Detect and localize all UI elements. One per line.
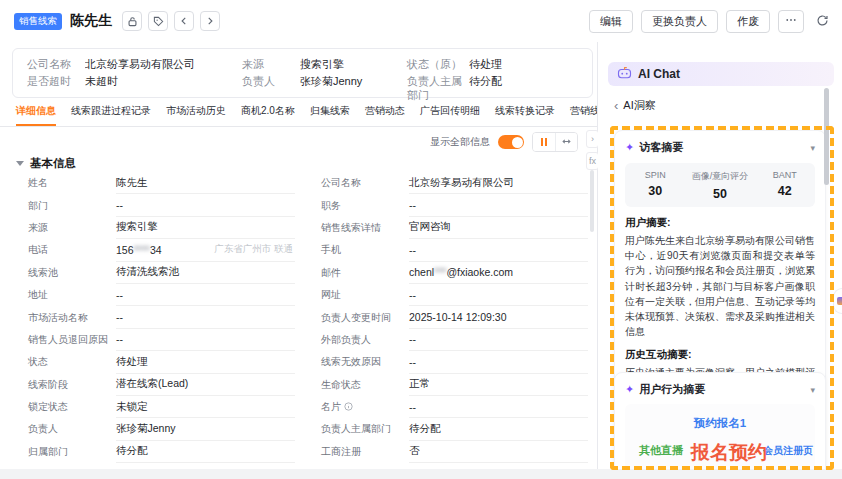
form-field-row: 来源 搜索引擎 <box>28 217 295 239</box>
field-label: 职务 <box>321 194 409 216</box>
form-field-row: 销售线索详情 官网咨询 <box>321 217 588 239</box>
edit-button[interactable]: 编辑 <box>589 10 633 33</box>
email-suffix: @fxiaoke.com <box>446 266 513 278</box>
tag-icon <box>153 16 164 27</box>
page-title: 陈先生 <box>70 12 112 30</box>
phone-suffix: 34 <box>150 244 162 256</box>
field-value: -- <box>409 284 588 306</box>
ai-chat-header[interactable]: AI Chat <box>608 62 834 86</box>
assistant-mini-icon <box>837 297 842 305</box>
ai-panel-scrollbar[interactable] <box>824 88 829 185</box>
user-summary-heading: 用户摘要: <box>625 216 815 230</box>
ai-panel: AI Chat ‹ AI洞察 ✦ 访客摘要 ▾ SPIN 30 画像/意向评分 … <box>598 42 842 469</box>
ai-insight-back[interactable]: ‹ AI洞察 <box>614 98 656 113</box>
field-value: 官网咨询 <box>409 217 588 239</box>
tab-opportunity2-name[interactable]: 商机2.0名称 <box>241 104 295 126</box>
form-field-row-phone: 电话 156 **** 34 广东省广州市 联通 <box>28 239 295 261</box>
ellipsis-icon <box>785 14 797 28</box>
field-value-phone: 156 **** 34 广东省广州市 联通 <box>116 239 295 261</box>
field-value: -- <box>116 306 295 328</box>
form-field-row-email: 邮件 chenl *** @fxiaoke.com <box>321 262 588 284</box>
summary-field: 负责人主属部门 待分配 <box>407 74 578 102</box>
summary-col-3: 状态（原） 待处理 负责人主属部门 待分配 <box>407 57 578 102</box>
ai-insight-label: AI洞察 <box>623 98 655 113</box>
word-cloud-item: 报名预约 <box>691 440 767 466</box>
tag-button[interactable] <box>148 11 168 31</box>
info-icon[interactable] <box>344 402 353 413</box>
score-value: 50 <box>683 187 756 201</box>
field-label: 部门 <box>28 194 116 216</box>
score-bant: BANT 42 <box>757 170 813 201</box>
form-field-row: 部门 -- <box>28 194 295 216</box>
form-field-row: 生命状态 正常 <box>321 374 588 396</box>
field-value: 待分配 <box>116 441 295 463</box>
tab-detail-info[interactable]: 详细信息 <box>16 104 56 126</box>
field-label: 是否超时 <box>27 74 85 88</box>
field-label: 公司名称 <box>321 172 409 194</box>
assistant-edge-handle[interactable] <box>833 288 842 314</box>
tab-follow-up-records[interactable]: 线索跟进过程记录 <box>71 104 151 126</box>
field-label-text: 名片 <box>321 400 341 414</box>
field-label: 地址 <box>28 284 116 306</box>
next-record-button[interactable] <box>200 11 220 31</box>
basic-info-section-header[interactable]: 基本信息 <box>16 156 76 171</box>
detail-tabs: 详细信息 线索跟进过程记录 市场活动历史 商机2.0名称 归集线索 营销动态 广… <box>0 101 597 127</box>
collapse-card-icon[interactable]: ▾ <box>810 143 815 153</box>
field-value: 正常 <box>409 374 588 396</box>
robot-icon <box>617 66 632 82</box>
form-right-column: 公司名称 北京纷享易动有限公司 职务 -- 销售线索详情 官网咨询 手机 -- … <box>321 172 588 463</box>
field-value: 搜索引擎 <box>300 57 407 71</box>
summary-field: 来源 搜索引擎 <box>242 57 407 71</box>
pause-button[interactable] <box>533 133 555 151</box>
behavior-word-cloud: 预约报名1 其他直播 报名预约 会员注册页 <box>625 404 815 474</box>
field-value: 待处理 <box>116 351 295 373</box>
field-label: 来源 <box>28 217 116 239</box>
email-prefix: chenl <box>409 266 434 278</box>
chevron-left-icon: ‹ <box>614 99 618 112</box>
ai-chat-title: AI Chat <box>638 67 680 81</box>
form-field-row: 负责人变更时间 2025-10-14 12:09:30 <box>321 306 588 328</box>
field-value: -- <box>116 284 295 306</box>
field-label: 锁定状态 <box>28 396 116 418</box>
field-value: -- <box>409 329 588 351</box>
lock-button[interactable] <box>122 11 142 31</box>
form-field-row: 手机 -- <box>321 239 588 261</box>
field-label: 线索池 <box>28 262 116 284</box>
more-actions-button[interactable] <box>778 10 804 33</box>
field-label: 工商注册 <box>321 441 409 463</box>
form-scrollbar[interactable] <box>590 170 594 232</box>
field-value: 张珍菊Jenny <box>116 418 295 440</box>
change-owner-button[interactable]: 更换负责人 <box>641 10 718 33</box>
summary-field: 负责人 张珍菊Jenny <box>242 74 407 88</box>
form-field-row: 职务 -- <box>321 194 588 216</box>
form-field-row: 网址 -- <box>321 284 588 306</box>
tab-lead-conversion-records[interactable]: 线索转换记录 <box>495 104 555 126</box>
field-label: 负责人 <box>28 418 116 440</box>
field-label: 线索无效原因 <box>321 351 409 373</box>
tab-merged-leads[interactable]: 归集线索 <box>310 104 350 126</box>
field-label: 来源 <box>242 57 300 71</box>
tab-ad-callback-detail[interactable]: 广告回传明细 <box>420 104 480 126</box>
field-value: 未超时 <box>85 74 242 88</box>
collapse-card-icon[interactable]: ▾ <box>810 385 815 395</box>
display-controls-row: 显示全部信息 <box>0 131 586 153</box>
field-label: 市场活动名称 <box>28 306 116 328</box>
expand-columns-button[interactable] <box>555 133 577 151</box>
summary-col-1: 公司名称 北京纷享易动有限公司 是否超时 未超时 <box>27 57 242 102</box>
field-label: 电话 <box>28 239 116 261</box>
form-field-row: 地址 -- <box>28 284 295 306</box>
form-field-row: 公司名称 北京纷享易动有限公司 <box>321 172 588 194</box>
refresh-button[interactable] <box>812 10 832 33</box>
field-value: -- <box>409 396 588 418</box>
arrows-horizontal-icon <box>561 136 572 149</box>
tab-marketing-activity[interactable]: 营销动态 <box>365 104 405 126</box>
field-label: 状态 <box>28 351 116 373</box>
void-button[interactable]: 作废 <box>726 10 770 33</box>
score-spin: SPIN 30 <box>627 170 683 201</box>
field-label: 销售线索详情 <box>321 217 409 239</box>
prev-record-button[interactable] <box>174 11 194 31</box>
field-value: 张珍菊Jenny <box>300 74 407 88</box>
tab-campaign-history[interactable]: 市场活动历史 <box>166 104 226 126</box>
score-label: SPIN <box>627 170 683 180</box>
show-all-info-toggle[interactable] <box>498 135 524 149</box>
